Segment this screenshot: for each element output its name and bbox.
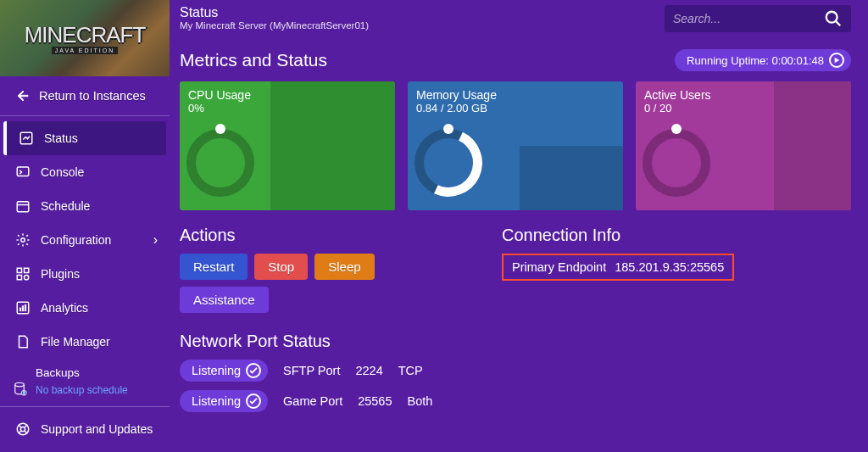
svg-point-13 <box>15 382 25 387</box>
status-icon <box>19 131 34 146</box>
port-proto: TCP <box>398 364 423 377</box>
svg-point-17 <box>20 427 25 431</box>
ports-section-title: Network Port Status <box>180 332 851 351</box>
play-icon <box>829 53 844 68</box>
users-value: 0 / 20 <box>644 102 843 114</box>
check-icon <box>246 363 261 378</box>
svg-point-4 <box>21 238 25 243</box>
actions-buttons: Restart Stop Sleep Assistance <box>180 254 468 313</box>
chevron-right-icon: › <box>153 232 158 248</box>
listening-text: Listening <box>192 394 241 408</box>
connection-box: Primary Endpoint 185.201.9.35:25565 <box>502 254 734 281</box>
file-icon <box>15 334 31 349</box>
metrics-header-row: Metrics and Status Running Uptime: 0:00:… <box>180 49 851 71</box>
svg-rect-7 <box>17 276 21 280</box>
return-to-instances-link[interactable]: Return to Instances <box>0 76 170 115</box>
sidebar-item-file-manager[interactable]: File Manager <box>0 325 170 359</box>
sidebar-item-label: Status <box>44 131 78 145</box>
back-arrow-icon <box>15 88 31 103</box>
connection-label: Primary Endpoint <box>512 260 606 274</box>
cpu-value: 0% <box>188 102 387 114</box>
port-number: 2224 <box>355 364 382 377</box>
svg-line-21 <box>25 431 27 433</box>
mem-gauge <box>415 129 499 210</box>
tile-cpu: CPU Usage 0% <box>180 81 395 210</box>
check-icon <box>246 393 261 409</box>
svg-line-19 <box>25 425 27 427</box>
nav: Status Console Schedule Configuration › … <box>0 121 170 446</box>
sidebar-item-plugins[interactable]: Plugins <box>0 257 170 291</box>
sidebar-item-label: Schedule <box>41 199 90 213</box>
page-header: Status My Minecraft Server (MyMinecraftS… <box>180 0 851 32</box>
main: Status My Minecraft Server (MyMinecraftS… <box>170 0 868 452</box>
analytics-icon <box>15 300 31 315</box>
tile-memory: Memory Usage 0.84 / 2.00 GB <box>408 81 623 210</box>
mem-value: 0.84 / 2.00 GB <box>416 102 615 114</box>
assistance-button[interactable]: Assistance <box>180 287 269 313</box>
sidebar-item-label: Configuration <box>41 233 111 247</box>
svg-rect-2 <box>17 202 29 212</box>
logo-subtext: JAVA EDITION <box>52 47 118 54</box>
port-number: 25565 <box>358 394 392 408</box>
svg-rect-6 <box>25 268 29 272</box>
logo-banner: MINECRAFT JAVA EDITION <box>0 0 170 76</box>
svg-point-8 <box>25 276 29 280</box>
port-proto: Both <box>407 394 432 408</box>
port-row-sftp: Listening SFTP Port 2224 TCP <box>180 360 851 382</box>
logo-text: MINECRAFT <box>25 22 146 48</box>
search-box[interactable] <box>665 5 851 32</box>
sidebar-item-label: File Manager <box>41 335 110 349</box>
uptime-text: Running Uptime: 0:00:01:48 <box>687 54 824 67</box>
restart-button[interactable]: Restart <box>180 254 248 280</box>
actions-section-title: Actions <box>180 226 468 245</box>
connection-section-title: Connection Info <box>502 226 851 245</box>
tile-users: Active Users 0 / 20 <box>636 81 851 210</box>
svg-rect-5 <box>17 268 21 272</box>
svg-rect-11 <box>22 306 24 311</box>
sleep-button[interactable]: Sleep <box>314 254 374 280</box>
listening-pill: Listening <box>180 360 268 382</box>
svg-text:i: i <box>24 391 25 395</box>
divider <box>0 115 170 116</box>
metrics-row: CPU Usage 0% Memory Usage 0.84 / 2.00 GB… <box>180 81 851 210</box>
sidebar: MINECRAFT JAVA EDITION Return to Instanc… <box>0 0 170 452</box>
sidebar-item-schedule[interactable]: Schedule <box>0 189 170 223</box>
search-icon <box>824 9 843 28</box>
backups-label: Backups <box>36 366 80 379</box>
sidebar-item-backups[interactable]: Backups <box>0 359 170 382</box>
page-title: Status <box>180 5 665 20</box>
database-icon: i <box>12 381 27 396</box>
svg-rect-1 <box>17 167 29 176</box>
sidebar-item-label: Support and Updates <box>41 422 153 436</box>
divider <box>0 406 170 407</box>
metrics-section-title: Metrics and Status <box>180 50 327 70</box>
sidebar-item-analytics[interactable]: Analytics <box>0 291 170 325</box>
users-gauge <box>643 129 727 210</box>
sidebar-item-label: Console <box>41 165 84 179</box>
sidebar-item-support[interactable]: Support and Updates <box>0 412 170 446</box>
users-title: Active Users <box>644 88 843 102</box>
cpu-gauge <box>186 129 271 210</box>
svg-rect-12 <box>25 304 26 311</box>
two-col: Actions Restart Stop Sleep Assistance Co… <box>180 226 851 313</box>
sidebar-item-console[interactable]: Console <box>0 155 170 189</box>
search-input[interactable] <box>673 12 824 25</box>
uptime-pill[interactable]: Running Uptime: 0:00:01:48 <box>675 49 851 71</box>
listening-text: Listening <box>192 364 241 377</box>
port-row-game: Listening Game Port 25565 Both <box>180 390 851 412</box>
stop-button[interactable]: Stop <box>254 254 308 280</box>
page-subtitle: My Minecraft Server (MyMinecraftServer01… <box>180 20 665 31</box>
listening-pill: Listening <box>180 390 268 412</box>
svg-line-23 <box>836 21 841 26</box>
sidebar-item-status[interactable]: Status <box>3 121 166 155</box>
svg-rect-10 <box>19 308 21 311</box>
return-link-label: Return to Instances <box>39 89 146 103</box>
tile-mem-overlay <box>520 146 623 210</box>
sidebar-item-label: Plugins <box>41 267 80 281</box>
mem-title: Memory Usage <box>416 88 615 102</box>
sidebar-item-label: Analytics <box>41 301 88 315</box>
svg-line-20 <box>19 431 21 433</box>
calendar-icon <box>15 198 31 214</box>
sidebar-item-configuration[interactable]: Configuration › <box>0 223 170 257</box>
support-icon <box>15 421 31 437</box>
